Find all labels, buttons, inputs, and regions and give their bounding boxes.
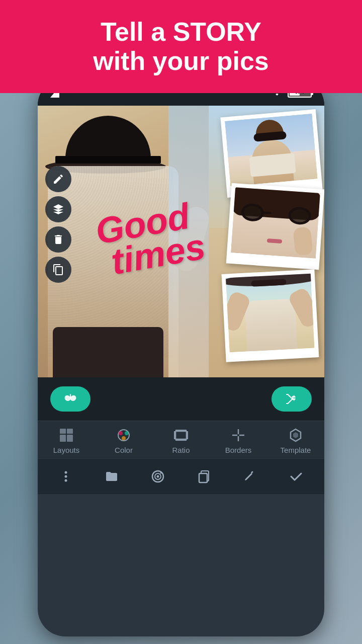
menu-dots-icon bbox=[59, 469, 73, 484]
color-icon bbox=[116, 427, 132, 443]
check-button[interactable] bbox=[283, 466, 310, 487]
layers-icon bbox=[52, 203, 64, 215]
collage-area[interactable]: Good times bbox=[38, 106, 324, 377]
svg-point-8 bbox=[122, 436, 126, 440]
banner-line2: with your pics bbox=[93, 47, 269, 75]
butterfly-icon bbox=[63, 391, 78, 407]
tab-template[interactable]: Template bbox=[273, 427, 318, 454]
template-icon bbox=[288, 427, 304, 443]
svg-point-20 bbox=[64, 471, 67, 474]
svg-point-6 bbox=[119, 431, 123, 435]
action-row bbox=[38, 377, 324, 421]
tab-ratio[interactable]: Ratio bbox=[158, 427, 204, 454]
camera-icon bbox=[151, 469, 165, 484]
delete-tool-button[interactable] bbox=[45, 226, 71, 253]
svg-point-26 bbox=[160, 472, 162, 474]
borders-icon bbox=[230, 427, 246, 443]
bottom-toolbar bbox=[38, 458, 324, 494]
folder-icon bbox=[105, 469, 119, 484]
tab-layouts[interactable]: Layouts bbox=[44, 427, 89, 454]
tab-layouts-label: Layouts bbox=[53, 446, 80, 454]
folder-button[interactable] bbox=[98, 466, 126, 487]
svg-rect-1 bbox=[60, 429, 66, 434]
left-toolbar bbox=[45, 166, 71, 283]
polaroid-photo-3[interactable] bbox=[222, 269, 319, 362]
tab-color[interactable]: Color bbox=[101, 427, 146, 454]
svg-rect-27 bbox=[199, 473, 207, 482]
check-icon bbox=[289, 469, 303, 484]
edit-button[interactable] bbox=[236, 466, 264, 487]
copy-icon bbox=[197, 469, 211, 484]
svg-rect-9 bbox=[175, 431, 187, 439]
duplicate-tool-button[interactable] bbox=[45, 257, 71, 283]
svg-rect-3 bbox=[60, 435, 66, 442]
banner-line1: Tell a STORY bbox=[101, 18, 261, 46]
tab-bar: Layouts Color bbox=[38, 421, 324, 458]
trash-icon bbox=[52, 233, 64, 246]
edit-tool-button[interactable] bbox=[45, 166, 71, 192]
polaroid-photo-2[interactable] bbox=[226, 183, 324, 270]
shuffle-icon bbox=[284, 391, 299, 407]
copy-button[interactable] bbox=[190, 466, 218, 487]
tab-borders[interactable]: Borders bbox=[216, 427, 261, 454]
phone-frame: 50% bbox=[38, 78, 324, 636]
svg-point-22 bbox=[64, 479, 67, 482]
camera-button[interactable] bbox=[144, 466, 172, 487]
tab-template-label: Template bbox=[281, 446, 311, 454]
edit-pen-icon bbox=[243, 469, 257, 484]
tab-borders-label: Borders bbox=[225, 446, 252, 454]
tab-color-label: Color bbox=[115, 446, 133, 454]
layers-tool-button[interactable] bbox=[45, 196, 71, 222]
pencil-icon bbox=[52, 173, 64, 185]
layouts-icon bbox=[58, 427, 74, 443]
butterfly-button[interactable] bbox=[50, 386, 90, 412]
svg-marker-19 bbox=[293, 432, 298, 438]
bottom-panel: Layouts Color bbox=[38, 377, 324, 494]
polaroid-photos bbox=[204, 106, 324, 377]
top-banner: Tell a STORY with your pics bbox=[0, 0, 362, 93]
ratio-icon bbox=[173, 427, 189, 443]
svg-point-25 bbox=[157, 475, 159, 478]
duplicate-icon bbox=[52, 264, 64, 276]
tab-ratio-label: Ratio bbox=[172, 446, 190, 454]
menu-button[interactable] bbox=[52, 466, 79, 487]
svg-point-7 bbox=[125, 431, 129, 435]
svg-rect-4 bbox=[67, 435, 73, 442]
shuffle-button[interactable] bbox=[272, 386, 312, 412]
svg-rect-2 bbox=[67, 429, 73, 434]
svg-point-21 bbox=[64, 475, 67, 478]
